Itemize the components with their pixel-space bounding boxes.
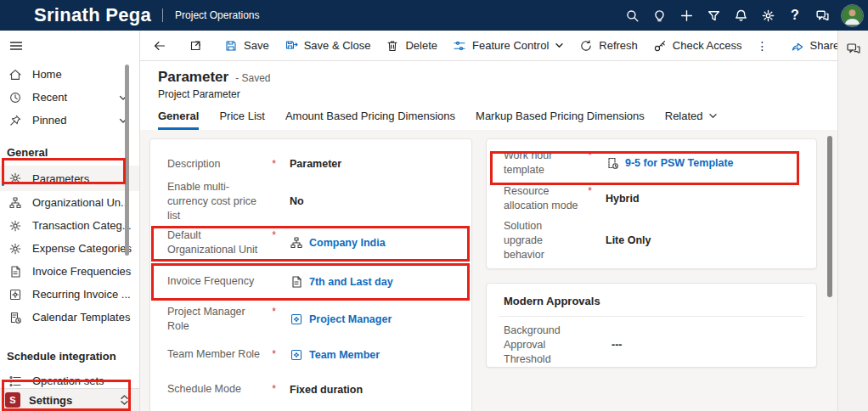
field-value-lookup[interactable]: Team Member xyxy=(290,348,380,362)
sidebar-item-calendar-templates[interactable]: Calendar Templates xyxy=(0,306,139,329)
sidebar-section-general: General xyxy=(0,132,139,166)
field-value-lookup[interactable]: 9-5 for PSW Template xyxy=(606,156,734,170)
sidebar-item-home[interactable]: Home xyxy=(0,63,139,86)
field-label: Work hour template* xyxy=(504,149,595,177)
search-icon[interactable] xyxy=(618,2,645,29)
main-area: Save Save & Close Delete Feature Control… xyxy=(140,31,837,411)
field-team-member-role: Team Member Role* Team Member xyxy=(150,337,471,373)
calendar-clock-icon xyxy=(606,156,619,170)
sidebar-item-label: Organizational Un... xyxy=(32,196,130,209)
page-title: Parameter xyxy=(158,69,228,86)
field-label: Enable multi-currency cost price list xyxy=(167,180,279,223)
more-commands-button[interactable]: ⋮ xyxy=(750,39,776,53)
delete-button[interactable]: Delete xyxy=(378,34,445,58)
required-marker: * xyxy=(272,347,276,361)
area-switcher-chevron-icon[interactable] xyxy=(120,394,129,406)
invoice-document-icon xyxy=(8,265,22,279)
check-access-button-label: Check Access xyxy=(673,39,742,52)
refresh-button[interactable]: Refresh xyxy=(572,34,645,58)
tab-amount-based-pricing-dimensions[interactable]: Amount Based Pricing Dimensions xyxy=(285,110,455,130)
back-button[interactable] xyxy=(145,34,174,58)
notifications-bell-icon[interactable] xyxy=(727,2,754,29)
sidebar-item-invoice-frequencies[interactable]: Invoice Frequencies xyxy=(0,260,139,283)
add-icon[interactable] xyxy=(673,2,700,29)
sidebar-item-recent[interactable]: Recent xyxy=(0,86,139,109)
field-value[interactable]: Parameter xyxy=(290,158,341,170)
user-avatar[interactable] xyxy=(841,4,864,27)
field-solution-upgrade-behavior: Solution upgrade behavior Lite Only xyxy=(487,219,816,262)
clock-icon xyxy=(8,91,22,104)
app-name: Project Operations xyxy=(175,9,259,21)
role-icon xyxy=(290,312,303,326)
required-marker: * xyxy=(272,305,276,318)
check-access-button[interactable]: Check Access xyxy=(645,34,750,58)
field-label: Description* xyxy=(167,157,279,172)
sidebar-item-label: Parameters xyxy=(32,172,89,185)
required-marker: * xyxy=(272,228,276,242)
sidebar-item-organizational-units[interactable]: Organizational Un... xyxy=(0,191,139,214)
field-background-approval-threshold: Background Approval Threshold --- xyxy=(487,324,816,367)
sidebar-item-recurring-invoice[interactable]: Recurring Invoice ... xyxy=(0,283,139,306)
popout-button[interactable] xyxy=(181,34,210,58)
sidebar-item-transaction-categories[interactable]: Transaction Categ... xyxy=(0,214,139,237)
sidebar-item-expense-categories[interactable]: Expense Categories xyxy=(0,237,139,260)
tab-markup-based-pricing-dimensions[interactable]: Markup Based Pricing Dimensions xyxy=(476,110,645,130)
field-value[interactable]: No xyxy=(290,195,304,207)
app-body: Home Recent Pinned General Parameters Or… xyxy=(0,31,868,411)
right-rail xyxy=(837,31,868,411)
lookup-link[interactable]: 9-5 for PSW Template xyxy=(625,157,734,169)
lightbulb-icon[interactable] xyxy=(645,2,673,29)
settings-gear-icon[interactable] xyxy=(754,2,781,29)
tab-price-list[interactable]: Price List xyxy=(219,110,264,130)
help-icon[interactable]: ? xyxy=(781,2,809,29)
lookup-link[interactable]: Team Member xyxy=(309,349,380,361)
feature-control-button[interactable]: Feature Control xyxy=(445,34,572,58)
field-invoice-frequency: Invoice Frequency 7th and Last day xyxy=(150,262,471,301)
feature-control-button-label: Feature Control xyxy=(472,39,549,52)
modern-approvals-title: Modern Approvals xyxy=(487,284,816,307)
lookup-link[interactable]: Company India xyxy=(309,237,386,249)
field-value-lookup[interactable]: 7th and Last day xyxy=(290,275,393,289)
section-divider xyxy=(499,316,804,317)
save-status: - Saved xyxy=(235,72,270,84)
settings-area-label: Settings xyxy=(29,394,72,407)
logo-divider xyxy=(162,8,163,22)
lookup-link[interactable]: Project Manager xyxy=(309,313,392,325)
sidebar-item-label: Home xyxy=(32,68,62,81)
entity-type-label: Project Parameter xyxy=(158,88,837,100)
form-tabs: General Price List Amount Based Pricing … xyxy=(158,110,837,130)
hamburger-menu-icon[interactable] xyxy=(8,38,24,53)
field-project-manager-role: Project Manager Role* Project Manager xyxy=(150,301,471,337)
feedback-chat-icon[interactable] xyxy=(809,2,836,29)
lookup-link[interactable]: 7th and Last day xyxy=(309,276,393,288)
sidebar-item-operation-sets[interactable]: Operation sets xyxy=(0,369,139,388)
field-value[interactable]: Fixed duration xyxy=(290,384,363,396)
sidebar-item-label: Recurring Invoice ... xyxy=(32,288,131,301)
feedback-chat-icon[interactable] xyxy=(846,41,861,56)
filter-icon[interactable] xyxy=(700,2,727,29)
sidebar-navigation: Home Recent Pinned General Parameters Or… xyxy=(0,31,140,411)
field-value[interactable]: Lite Only xyxy=(606,234,651,246)
field-label: Default Organizational Unit* xyxy=(167,228,279,257)
field-value[interactable]: Hybrid xyxy=(606,193,640,205)
sidebar-settings-area[interactable]: S Settings xyxy=(0,388,139,411)
tab-related[interactable]: Related xyxy=(665,110,718,130)
templates-section-card: Work hour template* 9-5 for PSW Template… xyxy=(486,138,817,269)
sidebar-item-parameters[interactable]: Parameters xyxy=(0,166,139,191)
tab-general[interactable]: General xyxy=(158,110,199,130)
field-value-lookup[interactable]: Company India xyxy=(290,236,386,250)
save-and-close-button[interactable]: Save & Close xyxy=(277,34,379,58)
field-enable-multicurrency-cost-price-list: Enable multi-currency cost price list No xyxy=(150,180,471,223)
title-row: Parameter - Saved xyxy=(158,69,837,86)
required-marker: * xyxy=(588,149,592,162)
sidebar-item-pinned[interactable]: Pinned xyxy=(0,109,139,132)
save-button[interactable]: Save xyxy=(217,34,277,58)
org-logo[interactable]: Srinath Pega xyxy=(34,4,151,26)
sidebar-scrollbar[interactable] xyxy=(125,65,129,256)
field-value[interactable]: --- xyxy=(612,339,623,351)
required-marker: * xyxy=(588,184,592,198)
gear-icon xyxy=(8,219,22,233)
content-scrollbar[interactable] xyxy=(827,136,832,297)
field-value-lookup[interactable]: Project Manager xyxy=(290,312,392,326)
field-description: Description* Parameter xyxy=(150,148,471,180)
